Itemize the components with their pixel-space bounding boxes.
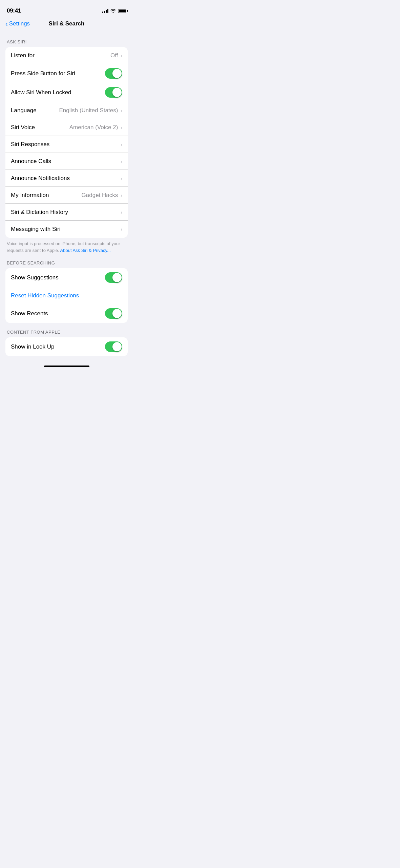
status-bar: 09:41 xyxy=(0,0,133,17)
dictation-history-value: › xyxy=(119,210,122,215)
status-time: 09:41 xyxy=(7,7,21,14)
messaging-siri-row[interactable]: Messaging with Siri › xyxy=(5,221,128,238)
siri-responses-chevron-icon: › xyxy=(121,142,122,147)
show-suggestions-label: Show Suggestions xyxy=(11,274,105,281)
back-chevron-icon: ‹ xyxy=(5,20,8,27)
toggle-thumb xyxy=(112,88,122,97)
toggle-thumb xyxy=(112,309,122,318)
announce-notif-chevron-icon: › xyxy=(121,176,122,181)
listen-for-value: Off › xyxy=(110,52,122,59)
show-lookup-toggle[interactable] xyxy=(105,341,122,352)
ask-siri-privacy-link[interactable]: About Ask Siri & Privacy... xyxy=(60,248,111,253)
show-recents-label: Show Recents xyxy=(11,310,105,317)
before-searching-card: Show Suggestions Reset Hidden Suggestion… xyxy=(5,268,128,323)
messaging-siri-value: › xyxy=(119,226,122,232)
listen-for-row[interactable]: Listen for Off › xyxy=(5,47,128,64)
listen-for-chevron-icon: › xyxy=(121,53,122,58)
listen-for-label: Listen for xyxy=(11,52,110,59)
page-title: Siri & Search xyxy=(49,20,85,27)
dictation-history-label: Siri & Dictation History xyxy=(11,209,119,216)
reset-hidden-label: Reset Hidden Suggestions xyxy=(11,292,79,299)
dictation-history-row[interactable]: Siri & Dictation History › xyxy=(5,204,128,221)
ask-siri-footer: Voice input is processed on iPhone, but … xyxy=(0,238,133,254)
back-button[interactable]: ‹ Settings xyxy=(5,20,30,27)
toggle-thumb xyxy=(112,342,122,351)
announce-notif-row[interactable]: Announce Notifications › xyxy=(5,170,128,187)
content-from-apple-card: Show in Look Up xyxy=(5,337,128,356)
reset-hidden-row[interactable]: Reset Hidden Suggestions xyxy=(5,287,128,304)
before-searching-section: BEFORE SEARCHING Show Suggestions Reset … xyxy=(0,260,133,323)
content-from-apple-header: CONTENT FROM APPLE xyxy=(0,330,133,337)
announce-calls-chevron-icon: › xyxy=(121,159,122,164)
toggle-thumb xyxy=(112,273,122,282)
back-label: Settings xyxy=(9,20,30,27)
show-lookup-label: Show in Look Up xyxy=(11,343,105,350)
show-suggestions-row[interactable]: Show Suggestions xyxy=(5,268,128,287)
siri-voice-chevron-icon: › xyxy=(121,125,122,130)
siri-responses-row[interactable]: Siri Responses › xyxy=(5,136,128,153)
show-lookup-row[interactable]: Show in Look Up xyxy=(5,337,128,356)
announce-calls-row[interactable]: Announce Calls › xyxy=(5,153,128,170)
ask-siri-section: ASK SIRI Listen for Off › Press Side But… xyxy=(0,39,133,254)
show-suggestions-toggle[interactable] xyxy=(105,272,122,283)
press-side-button-row[interactable]: Press Side Button for Siri xyxy=(5,64,128,83)
nav-header: ‹ Settings Siri & Search xyxy=(0,17,133,33)
announce-notif-label: Announce Notifications xyxy=(11,175,119,182)
messaging-siri-label: Messaging with Siri xyxy=(11,226,119,233)
ask-siri-header: ASK SIRI xyxy=(0,39,133,47)
siri-voice-value: American (Voice 2) › xyxy=(69,124,122,131)
show-recents-row[interactable]: Show Recents xyxy=(5,304,128,323)
my-information-value: Gadget Hacks › xyxy=(82,192,122,199)
press-side-label: Press Side Button for Siri xyxy=(11,70,105,77)
my-information-label: My Information xyxy=(11,192,82,199)
allow-locked-toggle[interactable] xyxy=(105,87,122,98)
before-searching-header: BEFORE SEARCHING xyxy=(0,260,133,268)
siri-responses-value: › xyxy=(119,142,122,147)
language-chevron-icon: › xyxy=(121,108,122,113)
announce-calls-label: Announce Calls xyxy=(11,158,119,165)
allow-locked-label: Allow Siri When Locked xyxy=(11,89,105,96)
language-value: English (United States) › xyxy=(59,107,122,114)
status-icons xyxy=(102,9,126,13)
announce-notif-value: › xyxy=(119,176,122,181)
wifi-icon xyxy=(110,9,116,13)
siri-voice-label: Siri Voice xyxy=(11,124,69,131)
language-row[interactable]: Language English (United States) › xyxy=(5,102,128,119)
battery-icon xyxy=(118,9,126,13)
siri-voice-row[interactable]: Siri Voice American (Voice 2) › xyxy=(5,119,128,136)
dictation-history-chevron-icon: › xyxy=(121,210,122,215)
siri-responses-label: Siri Responses xyxy=(11,141,119,148)
my-information-row[interactable]: My Information Gadget Hacks › xyxy=(5,187,128,204)
toggle-thumb xyxy=(112,69,122,78)
messaging-siri-chevron-icon: › xyxy=(121,226,122,232)
language-label: Language xyxy=(11,107,59,114)
press-side-toggle[interactable] xyxy=(105,68,122,79)
ask-siri-card: Listen for Off › Press Side Button for S… xyxy=(5,47,128,238)
signal-icon xyxy=(102,9,108,13)
allow-locked-row[interactable]: Allow Siri When Locked xyxy=(5,83,128,102)
home-indicator xyxy=(44,366,89,367)
announce-calls-value: › xyxy=(119,159,122,164)
content-from-apple-section: CONTENT FROM APPLE Show in Look Up xyxy=(0,330,133,356)
show-recents-toggle[interactable] xyxy=(105,308,122,319)
my-information-chevron-icon: › xyxy=(121,193,122,198)
